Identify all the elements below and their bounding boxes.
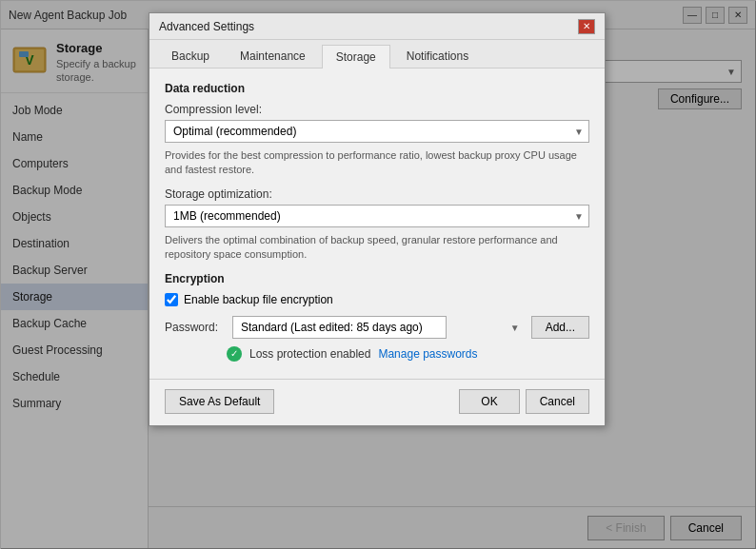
manage-passwords-link[interactable]: Manage passwords [378,347,477,361]
encryption-title: Encryption [165,272,589,285]
dialog-tabs: Backup Maintenance Storage Notifications [149,40,605,69]
tab-maintenance[interactable]: Maintenance [226,44,320,68]
dialog-title: Advanced Settings [159,20,254,33]
dialog-close-button[interactable]: ✕ [578,19,595,34]
enable-encryption-checkbox[interactable] [165,293,178,306]
advanced-settings-dialog: Advanced Settings ✕ Backup Maintenance S… [149,12,606,426]
password-select[interactable]: Standard (Last edited: 85 days ago) Add … [232,316,447,339]
compression-select[interactable]: Optimal (recommended) None Dedupe-friend… [165,120,589,143]
dialog-cancel-button[interactable]: Cancel [526,389,589,414]
tab-storage[interactable]: Storage [322,45,390,69]
dialog-footer-right: OK Cancel [459,389,589,414]
password-row: Password: Standard (Last edited: 85 days… [165,316,589,339]
storage-opt-select[interactable]: 1MB (recommended) 4MB 512KB 256KB [165,205,589,227]
loss-protection-text: Loss protection enabled [249,347,370,361]
status-row: ✓ Loss protection enabled Manage passwor… [227,346,589,362]
storage-opt-select-wrapper: 1MB (recommended) 4MB 512KB 256KB ▼ [165,205,589,227]
dialog-body: Data reduction Compression level: Optima… [149,69,605,379]
tab-backup[interactable]: Backup [157,44,224,68]
enable-encryption-row: Enable backup file encryption [165,293,589,306]
main-window: New Agent Backup Job — □ ✕ V Storage Spe… [0,0,756,549]
encryption-section: Encryption Enable backup file encryption… [165,272,589,362]
password-label: Password: [165,321,227,334]
dialog-footer: Save As Default OK Cancel [149,379,605,425]
enable-encryption-label[interactable]: Enable backup file encryption [184,293,333,306]
compression-help-text: Provides for the best compression to per… [165,148,589,178]
loss-protection-icon: ✓ [227,346,242,362]
save-as-default-button[interactable]: Save As Default [165,389,274,414]
compression-select-wrapper: Optimal (recommended) None Dedupe-friend… [165,120,589,143]
storage-opt-label: Storage optimization: [165,187,589,201]
dialog-title-bar: Advanced Settings ✕ [149,13,605,40]
tab-notifications[interactable]: Notifications [392,44,483,68]
compression-label: Compression level: [165,103,589,116]
data-reduction-title: Data reduction [165,82,589,95]
storage-opt-help-text: Delivers the optimal combination of back… [165,233,589,263]
add-password-button[interactable]: Add... [531,316,589,339]
ok-button[interactable]: OK [459,389,519,414]
password-select-arrow-icon: ▼ [510,322,520,332]
